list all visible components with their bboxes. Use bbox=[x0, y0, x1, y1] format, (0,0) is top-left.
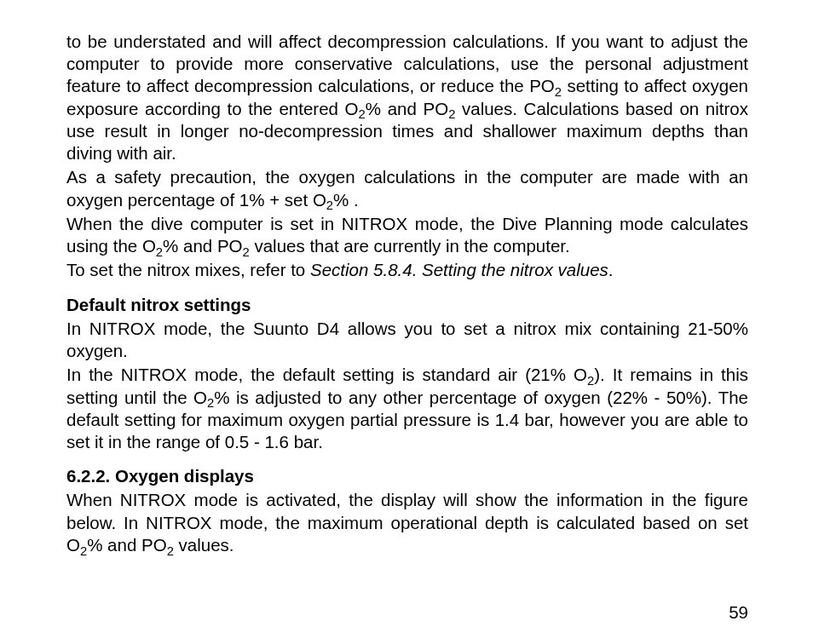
paragraph-intro-3: When the dive computer is set in NITROX … bbox=[66, 213, 748, 257]
subscript-2: 2 bbox=[359, 107, 366, 121]
text: % and PO bbox=[366, 99, 448, 118]
text: As a safety precaution, the oxygen calcu… bbox=[66, 167, 748, 209]
text: values. bbox=[174, 535, 234, 555]
paragraph-default-2: In the NITROX mode, the default setting … bbox=[66, 364, 748, 453]
subscript-2: 2 bbox=[80, 544, 87, 558]
text: . bbox=[608, 260, 614, 279]
text: % . bbox=[333, 190, 359, 210]
heading-oxygen-displays: 6.2.2. Oxygen displays bbox=[66, 465, 748, 487]
paragraph-oxygen-1: When NITROX mode is activated, the displ… bbox=[66, 489, 748, 556]
subscript-2: 2 bbox=[555, 85, 562, 99]
paragraph-default-1: In NITROX mode, the Suunto D4 allows you… bbox=[66, 318, 748, 362]
heading-default-nitrox: Default nitrox settings bbox=[66, 294, 748, 316]
paragraph-intro-1: to be understated and will affect decomp… bbox=[66, 31, 748, 164]
text: % and PO bbox=[163, 236, 242, 256]
text: % and PO bbox=[87, 535, 166, 555]
section-reference: Section 5.8.4. Setting the nitrox values bbox=[310, 260, 608, 279]
text: To set the nitrox mixes, refer to bbox=[66, 260, 310, 279]
paragraph-intro-4: To set the nitrox mixes, refer to Sectio… bbox=[66, 259, 748, 281]
subscript-2: 2 bbox=[448, 107, 455, 121]
paragraph-intro-2: As a safety precaution, the oxygen calcu… bbox=[66, 166, 748, 210]
page-number: 59 bbox=[729, 601, 748, 624]
subscript-2: 2 bbox=[326, 198, 333, 212]
subscript-2: 2 bbox=[167, 544, 174, 558]
manual-page: to be understated and will affect decomp… bbox=[0, 0, 813, 644]
subscript-2: 2 bbox=[243, 245, 250, 259]
subscript-2: 2 bbox=[156, 245, 163, 259]
subscript-2: 2 bbox=[587, 374, 594, 388]
subscript-2: 2 bbox=[207, 396, 214, 410]
text: In the NITROX mode, the default setting … bbox=[66, 365, 587, 384]
text: values that are currently in the compute… bbox=[250, 236, 570, 256]
